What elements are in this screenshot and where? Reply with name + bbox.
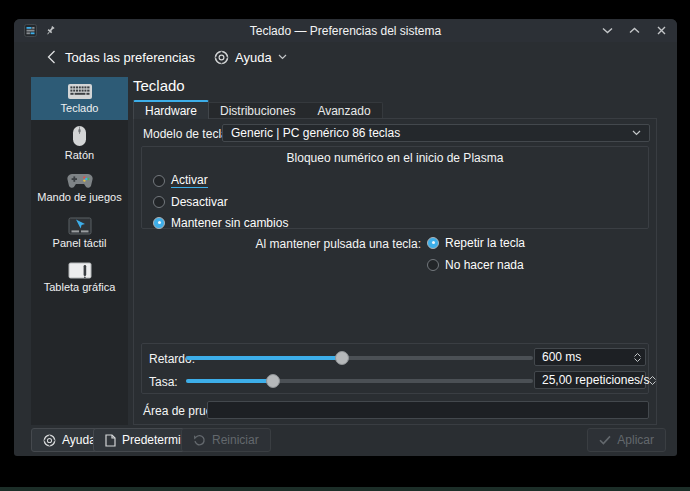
radio-circle — [427, 237, 439, 249]
tab-label: Hardware — [145, 104, 197, 118]
sidebar-item-label: Panel táctil — [53, 237, 107, 249]
window-controls — [601, 25, 667, 37]
mouse-icon — [72, 125, 87, 147]
tab-avanzado[interactable]: Avanzado — [306, 102, 382, 119]
combobox-chevron-icon — [632, 130, 641, 136]
radio-label: No hacer nada — [445, 258, 524, 272]
delay-slider[interactable] — [186, 351, 533, 365]
radio-label: Mantener sin cambios — [171, 216, 288, 230]
spinbox-arrows[interactable] — [649, 376, 656, 385]
spin-down-icon[interactable] — [634, 358, 641, 362]
radio-activar[interactable]: Activar — [153, 174, 208, 187]
close-button[interactable] — [655, 25, 667, 37]
radio-circle — [153, 217, 165, 229]
app-menu-icon[interactable] — [24, 24, 37, 37]
rate-label: Tasa: — [149, 375, 178, 389]
spin-up-icon[interactable] — [634, 353, 641, 357]
desktop-edge — [0, 487, 690, 491]
reset-button[interactable]: Reiniciar — [181, 428, 271, 452]
key-hold-label: Al mantener pulsada una tecla: — [134, 237, 421, 251]
help-button-label: Ayuda — [62, 433, 96, 447]
window-title: Teclado — Preferencias del sistema — [14, 24, 677, 38]
radio-repetir-la-tecla[interactable]: Repetir la tecla — [427, 236, 525, 249]
radio-no-hacer-nada[interactable]: No hacer nada — [427, 258, 524, 271]
system-settings-window: Teclado — Preferencias del sistema — [14, 19, 677, 456]
category-sidebar: Teclado Ratón — [31, 77, 128, 425]
document-icon — [105, 434, 116, 447]
tablet-icon — [68, 262, 92, 279]
back-all-preferences-button[interactable]: Todas las preferencias — [47, 50, 195, 65]
spinbox-arrows[interactable] — [634, 353, 641, 362]
maximize-button[interactable] — [628, 25, 640, 37]
keyboard-icon — [67, 83, 93, 100]
sidebar-item-panel-tactil[interactable]: Panel táctil — [31, 210, 128, 255]
sidebar-item-raton[interactable]: Ratón — [31, 120, 128, 165]
delay-spinbox[interactable]: 600 ms — [534, 348, 646, 366]
toolbar-help-button[interactable]: Ayuda — [214, 50, 287, 65]
numlock-group-title: Bloqueo numérico en el inicio de Plasma — [142, 151, 648, 165]
tab-label: Avanzado — [317, 104, 370, 118]
repeat-settings-groupbox: Retardo: 600 ms Tasa: — [141, 343, 649, 394]
sidebar-item-teclado[interactable]: Teclado — [31, 77, 128, 120]
radio-mantener-sin-cambios[interactable]: Mantener sin cambios — [153, 216, 288, 229]
touchpad-icon — [68, 217, 92, 235]
minimize-button[interactable] — [601, 25, 613, 37]
sidebar-item-label: Tableta gráfica — [44, 281, 116, 293]
radio-circle — [153, 175, 165, 187]
back-chevron-icon — [47, 50, 56, 64]
keyboard-model-value: Generic | PC genérico 86 teclas — [231, 126, 632, 140]
slider-handle[interactable] — [266, 374, 280, 388]
help-lifebuoy-icon — [43, 434, 56, 447]
toolbar-help-label: Ayuda — [235, 50, 272, 65]
slider-fill — [186, 379, 273, 383]
rate-value: 25,00 repeticiones/s — [542, 373, 649, 387]
slider-fill — [186, 356, 342, 360]
tab-distribuciones[interactable]: Distribuciones — [209, 102, 306, 119]
delay-value: 600 ms — [542, 350, 634, 364]
back-label: Todas las preferencias — [65, 50, 195, 65]
help-lifebuoy-icon — [214, 50, 229, 65]
sidebar-item-mando-de-juegos[interactable]: Mando de juegos — [31, 165, 128, 210]
pin-icon[interactable] — [45, 25, 56, 36]
sidebar-item-label: Teclado — [61, 102, 99, 114]
radio-desactivar[interactable]: Desactivar — [153, 195, 228, 208]
screenshot-canvas: Teclado — Preferencias del sistema — [0, 0, 690, 491]
radio-label: Desactivar — [171, 195, 228, 209]
sidebar-item-label: Mando de juegos — [37, 191, 121, 203]
tabbar: Hardware Distribuciones Avanzado — [133, 100, 383, 119]
slider-handle[interactable] — [335, 351, 349, 365]
test-area-input[interactable] — [207, 401, 649, 419]
numlock-groupbox: Bloqueo numérico en el inicio de Plasma … — [141, 146, 649, 229]
keyboard-model-combobox[interactable]: Generic | PC genérico 86 teclas — [222, 124, 650, 142]
rate-spinbox[interactable]: 25,00 repeticiones/s — [534, 371, 646, 389]
help-dropdown-chevron-icon — [278, 54, 287, 60]
page-title: Teclado — [133, 77, 185, 94]
gamepad-icon — [67, 173, 93, 189]
radio-label: Repetir la tecla — [445, 236, 525, 250]
radio-circle — [427, 259, 439, 271]
spin-down-icon[interactable] — [649, 381, 656, 385]
undo-icon — [193, 434, 206, 447]
radio-circle — [153, 196, 165, 208]
hardware-tab-panel: Modelo de teclado: Generic | PC genérico… — [133, 118, 657, 425]
apply-button-label: Aplicar — [617, 433, 654, 447]
toolbar: Todas las preferencias Ayuda — [14, 42, 677, 72]
radio-label: Activar — [171, 173, 208, 188]
tab-label: Distribuciones — [220, 104, 295, 118]
reset-button-label: Reiniciar — [212, 433, 259, 447]
check-icon — [599, 435, 611, 445]
titlebar[interactable]: Teclado — Preferencias del sistema — [14, 19, 677, 42]
spin-up-icon[interactable] — [649, 376, 656, 380]
apply-button[interactable]: Aplicar — [587, 428, 666, 452]
sidebar-item-tableta-grafica[interactable]: Tableta gráfica — [31, 255, 128, 300]
sidebar-item-label: Ratón — [65, 149, 94, 161]
rate-slider[interactable] — [186, 374, 533, 388]
tab-hardware[interactable]: Hardware — [133, 100, 209, 119]
